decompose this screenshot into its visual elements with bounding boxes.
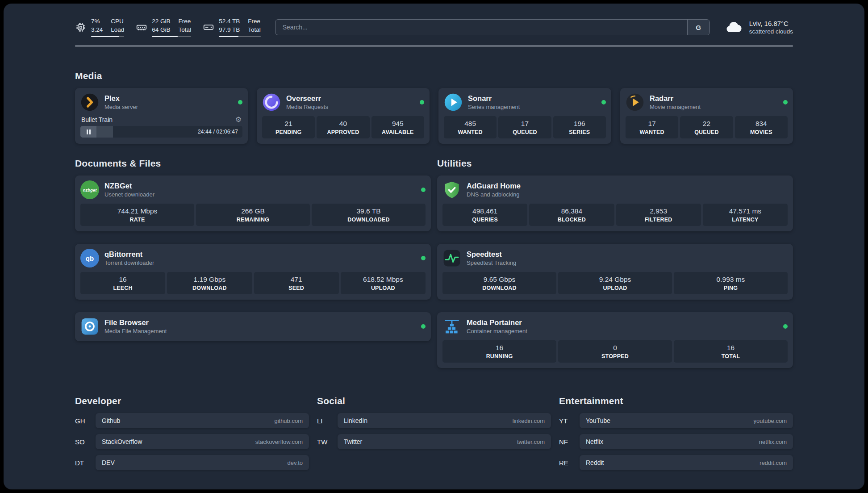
- stat-value: 945: [373, 120, 422, 128]
- service-link-overseerr[interactable]: Overseerr Media Requests: [262, 93, 424, 112]
- section-entertainment: Entertainment YT YouTube youtube.com NF …: [559, 396, 793, 470]
- search-engine-button[interactable]: G: [687, 20, 709, 35]
- section-title-documents: Documents & Files: [75, 158, 431, 169]
- service-link-speedtest[interactable]: Speedtest Speedtest Tracking: [442, 249, 788, 267]
- service-card-portainer: Media Portainer Container management 16 …: [437, 312, 793, 368]
- service-card-qbittorrent: qb qBittorrent Torrent downloader 16 LEE…: [75, 244, 431, 300]
- bookmark-abbr: SO: [75, 438, 96, 446]
- qbittorrent-icon: qb: [80, 249, 99, 267]
- topbar-divider: [75, 46, 793, 46]
- stat-value: 17: [500, 120, 549, 128]
- section-title-social: Social: [317, 396, 551, 406]
- search-input[interactable]: [275, 20, 687, 35]
- bookmark-linkedin[interactable]: LI LinkedIn linkedin.com: [317, 413, 551, 428]
- bookmark-twitter[interactable]: TW Twitter twitter.com: [317, 434, 551, 449]
- cpu-usage-fill: [91, 36, 119, 37]
- nzbget-icon: nzbget: [80, 180, 99, 199]
- bookmark-abbr: DT: [75, 459, 96, 467]
- service-card-sonarr: Sonarr Series management 485 WANTED 17 Q…: [438, 88, 611, 144]
- plex-now-playing-widget: Bullet Train ⚙ 24:44 / 02:06:47: [80, 116, 242, 138]
- stat-value: 9.65 Gbps: [444, 276, 555, 284]
- stat-value: 16: [444, 344, 555, 352]
- service-name: Radarr: [650, 94, 701, 103]
- service-name: File Browser: [104, 318, 167, 327]
- stat-value: 0.993 ms: [676, 276, 786, 284]
- bookmark-netflix[interactable]: NF Netflix netflix.com: [559, 434, 793, 449]
- service-link-portainer[interactable]: Media Portainer Container management: [442, 317, 788, 336]
- stat-label: QUEUED: [682, 129, 731, 135]
- stat-label: WANTED: [446, 129, 495, 135]
- stat-label: DOWNLOAD: [444, 285, 555, 291]
- stat-value: 21: [264, 120, 313, 128]
- service-link-radarr[interactable]: Radarr Movie management: [626, 93, 788, 112]
- cpu-widget: 7% 3.24 CPU Load: [75, 17, 124, 37]
- status-dot: [421, 324, 426, 329]
- service-subtitle: Movie management: [650, 104, 701, 110]
- service-link-nzbget[interactable]: nzbget NZBGet Usenet downloader: [80, 180, 426, 199]
- gear-icon[interactable]: ⚙: [235, 116, 242, 123]
- stat-tile: 39.6 TB DOWNLOADED: [312, 204, 426, 226]
- service-link-qbittorrent[interactable]: qb qBittorrent Torrent downloader: [80, 249, 426, 267]
- service-card-radarr: Radarr Movie management 17 WANTED 22 QUE…: [620, 88, 793, 144]
- bookmark-dev[interactable]: DT DEV dev.to: [75, 455, 309, 470]
- weather-condition: scattered clouds: [749, 28, 793, 35]
- stat-tile: 834 MOVIES: [735, 116, 788, 138]
- stat-label: REMAINING: [198, 217, 308, 223]
- stat-label: UPLOAD: [560, 285, 670, 291]
- stat-label: UPLOAD: [342, 285, 424, 291]
- dashboard: 7% 3.24 CPU Load: [4, 4, 864, 489]
- stat-tile: 47.571 ms LATENCY: [703, 204, 788, 226]
- service-subtitle: Series management: [468, 104, 520, 110]
- stat-tile: 196 SERIES: [553, 116, 606, 138]
- now-playing-title: Bullet Train: [81, 116, 113, 123]
- bookmark-github[interactable]: GH Github github.com: [75, 413, 309, 428]
- stat-tile: 618.52 Mbps UPLOAD: [341, 272, 426, 294]
- pause-button[interactable]: [80, 126, 96, 138]
- stat-tile: 40 APPROVED: [317, 116, 369, 138]
- stat-value: 744.21 Mbps: [82, 207, 192, 215]
- stat-label: LATENCY: [705, 217, 786, 223]
- stat-value: 47.571 ms: [705, 207, 786, 215]
- bookmark-reddit[interactable]: RE Reddit reddit.com: [559, 455, 793, 470]
- bookmark-abbr: TW: [317, 438, 338, 446]
- overseerr-stats: 21 PENDING 40 APPROVED 945 AVAILABLE: [262, 116, 424, 138]
- disk-usage-fill: [219, 36, 238, 37]
- stat-value: 17: [627, 120, 676, 128]
- service-link-filebrowser[interactable]: File Browser Media File Management: [80, 317, 426, 336]
- bookmark-youtube[interactable]: YT YouTube youtube.com: [559, 413, 793, 428]
- service-subtitle: Media Requests: [286, 104, 328, 110]
- stat-tile: 9.65 Gbps DOWNLOAD: [442, 272, 556, 294]
- bookmark-name: Github: [102, 417, 120, 424]
- radarr-icon: [626, 93, 644, 112]
- service-subtitle: Media server: [104, 104, 138, 110]
- stat-value: 485: [446, 120, 495, 128]
- service-card-speedtest: Speedtest Speedtest Tracking 9.65 Gbps D…: [437, 244, 793, 300]
- nzbget-icon-text: nzbget: [83, 188, 97, 192]
- bookmark-stackoverflow[interactable]: SO StackOverflow stackoverflow.com: [75, 434, 309, 449]
- service-link-adguard[interactable]: AdGuard Home DNS and adblocking: [442, 180, 788, 199]
- stat-tile: 0.993 ms PING: [674, 272, 788, 294]
- service-card-overseerr: Overseerr Media Requests 21 PENDING 40 A…: [257, 88, 430, 144]
- service-card-filebrowser: File Browser Media File Management: [75, 312, 431, 341]
- bookmark-name: LinkedIn: [344, 417, 367, 424]
- service-link-sonarr[interactable]: Sonarr Series management: [444, 93, 606, 112]
- playback-progress-bar[interactable]: 24:44 / 02:06:47: [80, 126, 242, 138]
- stat-label: QUERIES: [444, 217, 526, 223]
- service-subtitle: Usenet downloader: [104, 191, 154, 198]
- stat-tile: 2,953 FILTERED: [616, 204, 701, 226]
- portainer-stats: 16 RUNNING 0 STOPPED 16 TOTAL: [442, 340, 788, 363]
- disk-widget: 52.4 TB 97.9 TB Free Total: [203, 17, 261, 37]
- stat-tile: 16 RUNNING: [442, 340, 556, 363]
- service-link-plex[interactable]: Plex Media server: [80, 93, 242, 112]
- disk-usage-bar: [219, 36, 261, 37]
- stat-tile: 86,384 BLOCKED: [529, 204, 614, 226]
- stat-tile: 471 SEED: [254, 272, 339, 294]
- playback-time: 24:44 / 02:06:47: [198, 129, 242, 135]
- memory-icon: [136, 21, 147, 33]
- qbittorrent-icon-text: qb: [86, 255, 94, 262]
- memory-widget: 22 GiB 64 GiB Free Total: [136, 17, 191, 37]
- bookmark-abbr: NF: [559, 438, 580, 446]
- stat-tile: 17 WANTED: [626, 116, 678, 138]
- stat-tile: 9.24 Gbps UPLOAD: [558, 272, 672, 294]
- sonarr-icon: [444, 93, 463, 112]
